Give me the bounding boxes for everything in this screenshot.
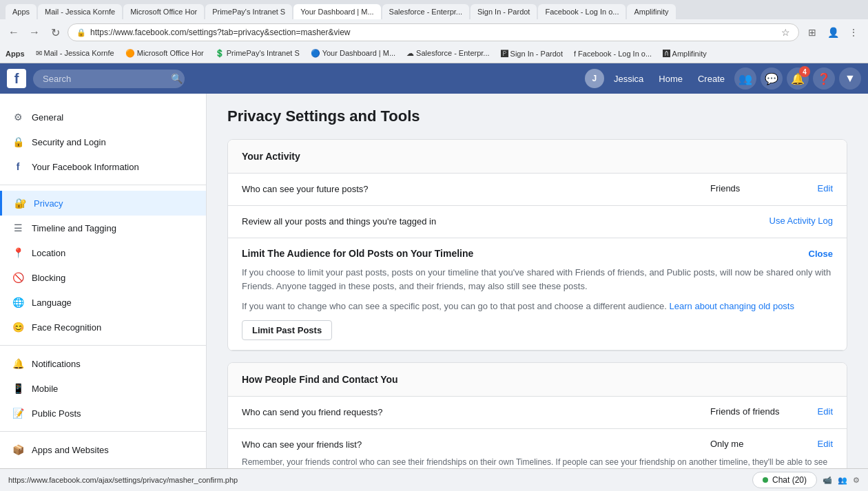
limit-past-posts-section: Limit The Audience for Old Posts on Your…	[228, 238, 847, 351]
browser-tab-primepay[interactable]: PrimePay's Intranet S	[205, 4, 292, 19]
your-activity-card: Your Activity Who can see your future po…	[227, 139, 847, 351]
friends-online-icon[interactable]: 👥	[838, 476, 847, 485]
nav-bar: J Jessica Home Create 👥 💬 🔔 4 ❓ ▼	[585, 67, 861, 90]
apps-websites-icon: 📦	[11, 443, 25, 457]
location-icon: 📍	[11, 246, 25, 260]
bookmark-amplify[interactable]: 🅰 Amplifinity	[660, 48, 710, 59]
your-activity-title: Your Activity	[228, 140, 847, 174]
search-input[interactable]	[33, 70, 185, 88]
account-menu-button[interactable]: ▼	[839, 67, 861, 90]
browser-tab-apps[interactable]: Apps	[6, 4, 37, 19]
activity-log-row: Review all your posts and things you're …	[228, 206, 847, 238]
sidebar-label-security: Security and Login	[32, 137, 106, 147]
friend-requests-value: Friends of friends	[702, 406, 792, 417]
friend-requests-question: Who can send you friend requests?	[242, 406, 702, 419]
facebook-logo[interactable]: f	[7, 69, 26, 88]
sidebar-item-blocking[interactable]: 🚫 Blocking	[0, 265, 206, 290]
browser-toolbar: ← → ↻ 🔒 https://www.facebook.com/setting…	[0, 19, 868, 45]
sidebar-item-timeline[interactable]: ☰ Timeline and Tagging	[0, 216, 206, 240]
settings-cog-icon[interactable]: ⚙	[853, 476, 860, 485]
browser-tab-pardot[interactable]: Sign In - Pardot	[471, 4, 537, 19]
notifications-icon-button[interactable]: 🔔 4	[787, 67, 809, 90]
main-content: Privacy Settings and Tools Your Activity…	[207, 94, 868, 491]
future-posts-edit-link[interactable]: Edit	[818, 183, 833, 194]
friends-icon-button[interactable]: 👥	[734, 67, 756, 90]
sidebar-item-public-posts[interactable]: 📝 Public Posts	[0, 401, 206, 426]
sidebar-item-notifications[interactable]: 🔔 Notifications	[0, 351, 206, 376]
browser-actions: ⊞ 👤 ⋮	[803, 23, 862, 41]
bookmark-facebook[interactable]: f Facebook - Log In o...	[571, 48, 654, 59]
search-button[interactable]: 🔍	[171, 73, 183, 84]
user-name-label[interactable]: Jessica	[608, 71, 649, 87]
video-call-icon[interactable]: 📹	[823, 476, 832, 485]
face-recognition-icon: 😊	[11, 320, 25, 334]
sidebar-label-blocking: Blocking	[32, 273, 65, 283]
limit-section-close-link[interactable]: Close	[809, 249, 833, 259]
help-icon-button[interactable]: ❓	[813, 67, 835, 90]
user-avatar[interactable]: J	[585, 69, 604, 88]
limit-section-title: Limit The Audience for Old Posts on Your…	[242, 248, 833, 259]
forward-button[interactable]: →	[26, 24, 43, 41]
notification-badge: 4	[799, 66, 810, 77]
bookmark-star-icon[interactable]: ☆	[781, 27, 790, 38]
browser-tab-amplify[interactable]: Amplifinity	[627, 4, 675, 19]
future-posts-action: Edit	[792, 183, 833, 194]
sidebar: ⚙ General 🔒 Security and Login f Your Fa…	[0, 94, 207, 491]
bookmark-mail[interactable]: ✉ Mail - Jessica Kornfe	[33, 48, 117, 59]
friends-list-question: Who can see your friends list?	[242, 439, 702, 451]
friends-list-edit-link[interactable]: Edit	[818, 439, 833, 449]
sidebar-item-security[interactable]: 🔒 Security and Login	[0, 129, 206, 154]
profile-button[interactable]: 👤	[824, 23, 842, 41]
sidebar-label-privacy: Privacy	[34, 198, 63, 209]
sidebar-label-location: Location	[32, 248, 65, 258]
url-bar[interactable]: 🔒 https://www.facebook.com/settings?tab=…	[68, 23, 799, 41]
sidebar-item-location[interactable]: 📍 Location	[0, 240, 206, 265]
friends-list-action: Edit	[792, 439, 833, 451]
browser-tab-salesforce[interactable]: Salesforce - Enterpr...	[382, 4, 469, 19]
menu-button[interactable]: ⋮	[845, 23, 862, 41]
home-link[interactable]: Home	[653, 71, 688, 87]
status-url: https://www.facebook.com/ajax/settings/p…	[8, 476, 238, 484]
sidebar-divider-2	[0, 345, 206, 346]
bookmark-dashboard[interactable]: 🔵 Your Dashboard | M...	[308, 48, 398, 59]
browser-tab-office[interactable]: Microsoft Office Hor	[123, 4, 204, 19]
learn-link[interactable]: Learn about changing old posts	[670, 301, 794, 311]
browser-tab-mail[interactable]: Mail - Jessica Kornfe	[38, 4, 122, 19]
sidebar-label-language: Language	[32, 297, 72, 308]
public-posts-icon: 📝	[11, 406, 25, 420]
activity-log-link[interactable]: Use Activity Log	[769, 216, 834, 226]
sidebar-section-main: ⚙ General 🔒 Security and Login f Your Fa…	[0, 105, 206, 491]
limit-past-posts-button[interactable]: Limit Past Posts	[242, 320, 332, 340]
friend-requests-row: Who can send you friend requests? Friend…	[228, 397, 847, 429]
extensions-button[interactable]: ⊞	[803, 23, 821, 41]
bookmark-primepay[interactable]: 💲 PrimePay's Intranet S	[212, 48, 302, 59]
sidebar-item-language[interactable]: 🌐 Language	[0, 290, 206, 315]
browser-tab-facebook[interactable]: Facebook - Log In o...	[538, 4, 626, 19]
sidebar-item-apps-websites[interactable]: 📦 Apps and Websites	[0, 437, 206, 462]
sidebar-label-face-recognition: Face Recognition	[32, 322, 101, 333]
bookmark-office[interactable]: 🟠 Microsoft Office Hor	[123, 48, 207, 59]
sidebar-label-public-posts: Public Posts	[32, 408, 81, 419]
back-button[interactable]: ←	[6, 24, 22, 41]
gear-icon: ⚙	[11, 110, 25, 124]
sidebar-item-mobile[interactable]: 📱 Mobile	[0, 376, 206, 401]
activity-log-question: Review all your posts and things you're …	[242, 216, 680, 228]
create-button[interactable]: Create	[692, 71, 730, 87]
friends-list-value: Only me	[702, 439, 792, 451]
chat-label: Chat (20)	[772, 475, 807, 485]
sidebar-item-general[interactable]: ⚙ General	[0, 105, 206, 129]
friend-requests-edit-link[interactable]: Edit	[818, 406, 833, 417]
sidebar-item-your-facebook[interactable]: f Your Facebook Information	[0, 154, 206, 179]
refresh-button[interactable]: ↻	[47, 24, 63, 41]
friend-requests-action: Edit	[792, 406, 833, 417]
bookmark-pardot[interactable]: 🅿 Sign In - Pardot	[498, 48, 566, 59]
sidebar-item-privacy[interactable]: 🔐 Privacy	[0, 191, 206, 216]
shield-icon: 🔒	[11, 135, 25, 149]
sidebar-item-face-recognition[interactable]: 😊 Face Recognition	[0, 315, 206, 339]
browser-tab-dashboard[interactable]: Your Dashboard | M...	[293, 4, 380, 19]
bookmark-salesforce[interactable]: ☁ Salesforce - Enterpr...	[404, 48, 492, 59]
messages-icon-button[interactable]: 💬	[761, 67, 783, 90]
chat-online-dot	[763, 477, 768, 483]
chat-button[interactable]: Chat (20)	[752, 472, 817, 488]
bookmarks-apps-label: Apps	[6, 50, 25, 58]
